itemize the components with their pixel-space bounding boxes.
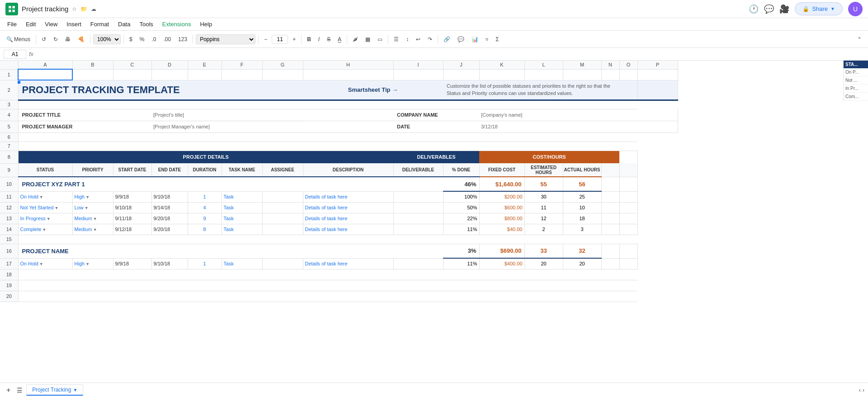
chart-button[interactable]: 📊 <box>469 35 481 44</box>
cell-r14-duration[interactable]: 8 <box>188 224 222 235</box>
cell-r11-deliv[interactable] <box>393 191 443 202</box>
cell-h4[interactable] <box>303 109 393 121</box>
cell-l1[interactable] <box>524 69 563 80</box>
cell-p10[interactable] <box>619 177 637 191</box>
cell-r11-start[interactable]: 9/9/18 <box>113 191 151 202</box>
col-header-c[interactable]: C <box>113 61 151 69</box>
cell-r17-priority[interactable]: High▼ <box>72 258 113 269</box>
merge-button[interactable]: ▭ <box>375 35 385 44</box>
cell-c1[interactable] <box>113 69 151 80</box>
currency-button[interactable]: $ <box>127 35 135 44</box>
cell-h1[interactable] <box>303 69 393 80</box>
cell-r12-status[interactable]: Not Yet Started▼ <box>18 202 72 213</box>
bold-button[interactable]: B <box>304 35 314 44</box>
col-header-a[interactable]: A <box>18 61 72 69</box>
cell-r11-assignee[interactable] <box>262 191 303 202</box>
text-color-button[interactable]: A̲ <box>335 35 344 44</box>
menu-format[interactable]: Format <box>87 20 113 28</box>
col-header-k[interactable]: K <box>479 61 524 69</box>
cell-r17-deliv[interactable] <box>393 258 443 269</box>
font-decrease-button[interactable]: − <box>261 35 270 44</box>
format-num-button[interactable]: 123 <box>175 35 190 44</box>
col-header-j[interactable]: J <box>443 61 479 69</box>
menu-file[interactable]: File <box>4 20 20 28</box>
percent-button[interactable]: % <box>137 35 147 44</box>
cell-r12-task[interactable]: Task <box>222 202 262 213</box>
cell-r14-end[interactable]: 9/20/18 <box>151 224 188 235</box>
cell-r13-priority[interactable]: Medium▼ <box>72 213 113 224</box>
cell-j1[interactable] <box>443 69 479 80</box>
rotate-button[interactable]: ↷ <box>425 35 435 44</box>
cell-a1[interactable] <box>18 69 72 80</box>
cell-o5[interactable] <box>637 121 678 132</box>
italic-button[interactable]: I <box>316 35 322 44</box>
cell-p17[interactable] <box>619 258 637 269</box>
cell-r14-start[interactable]: 9/12/18 <box>113 224 151 235</box>
cell-m1[interactable] <box>563 69 601 80</box>
cell-project1-name[interactable]: PROJECT XYZ PART 1 <box>18 177 443 191</box>
wrap-button[interactable]: ↩ <box>413 35 423 44</box>
cell-g1[interactable] <box>262 69 303 80</box>
cell-r12-priority[interactable]: Low▼ <box>72 202 113 213</box>
cell-o11[interactable] <box>601 191 619 202</box>
cell-r17-desc[interactable]: Details of task here <box>303 258 393 269</box>
cell-r13-status[interactable]: In Progress▼ <box>18 213 72 224</box>
cell-mn4[interactable] <box>601 109 637 121</box>
sheet-tab-project-tracking[interactable]: Project Tracking ▼ <box>26 384 83 396</box>
cell-r14-task[interactable]: Task <box>222 224 262 235</box>
function-button[interactable]: Σ <box>493 35 501 44</box>
menu-tools[interactable]: Tools <box>136 20 156 28</box>
add-sheet-button[interactable]: + <box>4 385 13 395</box>
col-header-l[interactable]: L <box>524 61 563 69</box>
cell-r14-status[interactable]: Complete▼ <box>18 224 72 235</box>
col-header-o[interactable]: O <box>619 61 637 69</box>
col-header-m[interactable]: M <box>563 61 601 69</box>
history-icon[interactable]: 🕐 <box>749 4 759 14</box>
comment-button[interactable]: 💬 <box>455 35 467 44</box>
cell-r13-end[interactable]: 9/20/18 <box>151 213 188 224</box>
menu-data[interactable]: Data <box>114 20 134 28</box>
cell-f1[interactable] <box>222 69 262 80</box>
cell-r13-deliv[interactable] <box>393 213 443 224</box>
cell-r11-priority[interactable]: High▼ <box>72 191 113 202</box>
cell-r13-task[interactable]: Task <box>222 213 262 224</box>
col-header-d[interactable]: D <box>151 61 188 69</box>
cell-r14-desc[interactable]: Details of task here <box>303 224 393 235</box>
cell-d1[interactable] <box>151 69 188 80</box>
cell-r12-deliv[interactable] <box>393 202 443 213</box>
cell-b1[interactable] <box>72 69 113 80</box>
cell-r13-desc[interactable]: Details of task here <box>303 213 393 224</box>
font-size-input[interactable] <box>272 35 288 44</box>
menu-extensions[interactable]: Extensions <box>159 20 195 28</box>
cell-p11[interactable] <box>619 191 637 202</box>
cell-p13[interactable] <box>619 213 637 224</box>
cell-r11-task[interactable]: Task <box>222 191 262 202</box>
cell-r13-assignee[interactable] <box>262 213 303 224</box>
cell-n1[interactable] <box>601 69 619 80</box>
paint-format-button[interactable]: 🍕 <box>75 35 87 44</box>
cell-r14-priority[interactable]: Medium▼ <box>72 224 113 235</box>
cell-o2[interactable] <box>619 80 637 100</box>
col-header-e[interactable]: E <box>188 61 222 69</box>
dec-dec-button[interactable]: .0 <box>149 35 159 44</box>
print-button[interactable]: 🖶 <box>62 35 73 44</box>
col-header-h[interactable]: H <box>303 61 393 69</box>
cell-o12[interactable] <box>601 202 619 213</box>
scroll-right-icon[interactable]: › <box>863 387 864 393</box>
cell-p14[interactable] <box>619 224 637 235</box>
valign-button[interactable]: ↕ <box>403 35 411 44</box>
cell-p1[interactable] <box>637 69 678 80</box>
cell-r11-desc[interactable]: Details of task here <box>303 191 393 202</box>
cell-e1[interactable] <box>188 69 222 80</box>
cell-r11-duration[interactable]: 1 <box>188 191 222 202</box>
cell-r13-duration[interactable]: 9 <box>188 213 222 224</box>
undo-button[interactable]: ↺ <box>39 35 49 44</box>
fill-color-button[interactable]: 🌶 <box>350 35 361 44</box>
formula-input[interactable] <box>36 50 864 58</box>
cell-r12-duration[interactable]: 4 <box>188 202 222 213</box>
cell-r11-status[interactable]: On Hold▼ <box>18 191 72 202</box>
cell-r14-assignee[interactable] <box>262 224 303 235</box>
cell-r14-deliv[interactable] <box>393 224 443 235</box>
cell-p16[interactable] <box>619 244 637 258</box>
star-icon[interactable]: ☆ <box>72 6 77 12</box>
